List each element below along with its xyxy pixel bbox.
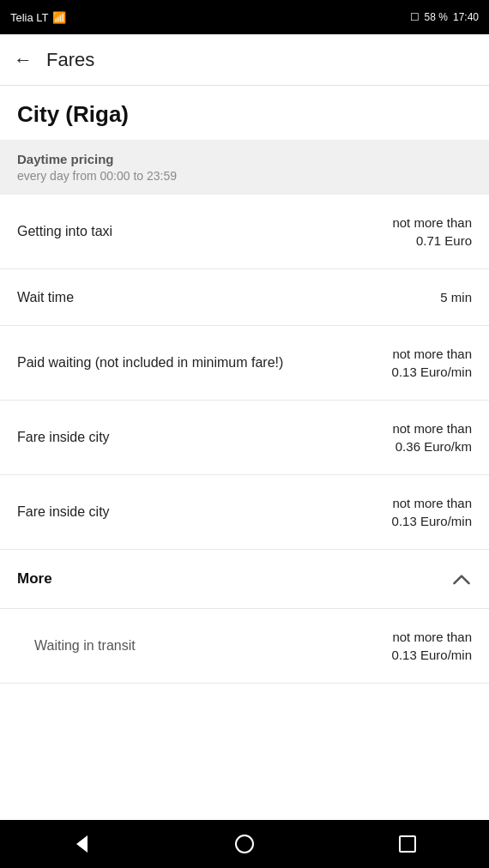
pricing-section: Daytime pricing every day from 00:00 to …: [0, 140, 489, 195]
signal-icon: 📶: [52, 11, 66, 24]
fare-label: Fare inside city: [17, 504, 290, 520]
time-label: 17:40: [453, 11, 479, 23]
fare-row-paid-waiting: Paid waiting (not included in minimum fa…: [0, 326, 489, 401]
content-area: City (Riga) Daytime pricing every day fr…: [0, 86, 489, 820]
fare-row-fare-inside-city-km: Fare inside city not more than0.36 Euro/…: [0, 401, 489, 475]
status-left: Telia LT 📶: [10, 11, 66, 24]
recent-nav-button[interactable]: [382, 827, 433, 861]
recent-nav-icon: [399, 835, 416, 853]
status-bar: Telia LT 📶 ☐ 58 % 17:40: [0, 0, 489, 34]
fare-value: not more than0.36 Euro/km: [392, 419, 472, 455]
fare-label: Waiting in transit: [17, 638, 290, 654]
fare-label: Getting into taxi: [17, 224, 290, 239]
pricing-sublabel: every day from 00:00 to 23:59: [17, 169, 472, 183]
fare-row-wait-time: Wait time 5 min: [0, 269, 489, 326]
more-label: More: [17, 570, 52, 588]
back-nav-icon: [76, 835, 88, 853]
chevron-up-icon: [451, 569, 472, 589]
back-nav-button[interactable]: [56, 827, 107, 861]
city-title: City (Riga): [0, 86, 489, 140]
back-button[interactable]: ←: [14, 49, 33, 71]
fare-row-waiting-in-transit: Waiting in transit not more than0.13 Eur…: [0, 609, 489, 684]
pricing-label: Daytime pricing: [17, 152, 472, 166]
fare-label: Fare inside city: [17, 430, 290, 445]
fare-list: Getting into taxi not more than0.71 Euro…: [0, 195, 489, 684]
header: ← Fares: [0, 34, 489, 86]
carrier-label: Telia LT: [10, 11, 49, 24]
status-right: ☐ 58 % 17:40: [410, 11, 479, 23]
fare-row-fare-inside-city-min: Fare inside city not more than0.13 Euro/…: [0, 475, 489, 550]
fare-value: not more than0.13 Euro/min: [392, 628, 472, 664]
battery-icon: ☐: [410, 11, 420, 23]
fare-row-getting-into-taxi: Getting into taxi not more than0.71 Euro: [0, 195, 489, 269]
fare-value: not more than0.13 Euro/min: [392, 494, 472, 530]
fare-label: Paid waiting (not included in minimum fa…: [17, 355, 290, 371]
fare-value: 5 min: [440, 288, 472, 306]
page-title: Fares: [46, 49, 94, 71]
fare-value: not more than0.13 Euro/min: [392, 345, 472, 381]
home-nav-icon: [235, 835, 254, 853]
bottom-navigation: [0, 820, 489, 868]
home-nav-button[interactable]: [219, 827, 270, 861]
fare-value: not more than0.71 Euro: [392, 214, 472, 250]
fare-label: Wait time: [17, 290, 290, 305]
battery-label: 58 %: [425, 11, 448, 23]
more-toggle[interactable]: More: [0, 550, 489, 609]
